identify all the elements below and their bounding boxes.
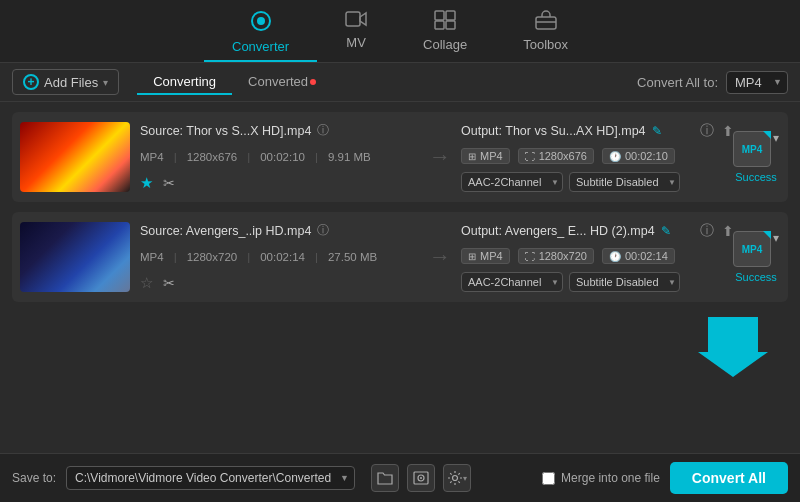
out-duration-1: 00:02:10: [625, 150, 668, 162]
output-duration-badge-2: 🕐 00:02:14: [602, 248, 675, 264]
subtitle-select-1[interactable]: Subtitle Disabled Subtitle Enabled: [569, 172, 680, 192]
folder-button[interactable]: [371, 464, 399, 492]
cut-icon-2[interactable]: ✂: [163, 275, 175, 291]
res-icon-1: ⛶: [525, 151, 535, 162]
star-icon-1[interactable]: ★: [140, 174, 153, 192]
save-to-label: Save to:: [12, 471, 56, 485]
svg-rect-5: [435, 21, 444, 29]
output-top-1: Output: Thor vs Su...AX HD].mp4 ✎ ⓘ ⬆: [461, 122, 734, 140]
info-icon-2[interactable]: ⓘ: [317, 222, 329, 239]
subtitle-select-wrap-1[interactable]: Subtitle Disabled Subtitle Enabled: [569, 172, 680, 192]
merge-label[interactable]: Merge into one file: [561, 471, 660, 485]
file-meta-1: MP4 | 1280x676 | 00:02:10 | 9.91 MB: [140, 151, 413, 163]
tab-converted[interactable]: Converted: [232, 70, 332, 95]
arrow-section-2: →: [423, 222, 457, 292]
source-name-2: Source: Avengers_..ip HD.mp4: [140, 224, 311, 238]
format-select[interactable]: MP4 MKV AVI MOV: [726, 71, 788, 94]
nav-converter[interactable]: Converter: [204, 0, 317, 62]
tab-converted-label: Converted: [248, 74, 308, 89]
format-icon-box-1: MP4 ▾ Success: [734, 122, 778, 192]
nav-mv[interactable]: MV: [317, 0, 395, 62]
converter-icon: [250, 10, 272, 35]
meta-duration-2: 00:02:14: [260, 251, 305, 263]
subtitle-select-2[interactable]: Subtitle Disabled Subtitle Enabled: [569, 272, 680, 292]
merge-checkbox[interactable]: [542, 472, 555, 485]
output-res-badge-1: ⛶ 1280x676: [518, 148, 594, 164]
nav-collage-label: Collage: [423, 37, 467, 52]
nav-collage[interactable]: Collage: [395, 0, 495, 62]
mv-icon: [345, 10, 367, 31]
add-files-button[interactable]: + Add Files ▾: [12, 69, 119, 95]
file-source-1: Source: Thor vs S...X HD].mp4 ⓘ: [140, 122, 413, 139]
meta-size-1: 9.91 MB: [328, 151, 371, 163]
main-content: Source: Thor vs S...X HD].mp4 ⓘ MP4 | 12…: [0, 102, 800, 453]
svg-point-1: [257, 17, 265, 25]
meta-duration-1: 00:02:10: [260, 151, 305, 163]
save-path-wrap[interactable]: C:\Vidmore\Vidmore Video Converter\Conve…: [66, 466, 355, 490]
settings-icon: [447, 470, 463, 486]
output-filename-2: Output: Avengers_ E... HD (2).mp4 ✎: [461, 224, 671, 238]
success-badge-1: Success: [735, 171, 777, 183]
edit-icon-2[interactable]: ✎: [661, 224, 671, 238]
big-down-arrow-icon: [698, 312, 768, 382]
output-name-2: Output: Avengers_ E... HD (2).mp4: [461, 224, 655, 238]
info-icon-1[interactable]: ⓘ: [317, 122, 329, 139]
meta-size-2: 27.50 MB: [328, 251, 377, 263]
convert-all-button[interactable]: Convert All: [670, 462, 788, 494]
cut-icon-1[interactable]: ✂: [163, 175, 175, 191]
audio-select-wrap-2[interactable]: AAC-2Channel AAC-6Channel: [461, 272, 563, 292]
output-info-icon-1[interactable]: ⓘ: [700, 122, 714, 140]
collage-icon: [434, 10, 456, 33]
footer: Save to: C:\Vidmore\Vidmore Video Conver…: [0, 453, 800, 502]
output-controls-1: AAC-2Channel AAC-6Channel Subtitle Disab…: [461, 172, 734, 192]
svg-point-12: [420, 477, 422, 479]
meta-format-1: MP4: [140, 151, 164, 163]
nav-toolbox[interactable]: Toolbox: [495, 0, 596, 62]
output-row-2: ⊞ MP4 ⛶ 1280x720 🕐 00:02:14: [461, 248, 734, 264]
output-format-badge-2: ⊞ MP4: [461, 248, 510, 264]
audio-select-2[interactable]: AAC-2Channel AAC-6Channel: [461, 272, 563, 292]
folder-icon: [377, 471, 393, 485]
arrow-section-1: →: [423, 122, 457, 192]
audio-select-1[interactable]: AAC-2Channel AAC-6Channel: [461, 172, 563, 192]
format-icon-box-2: MP4 ▾ Success: [734, 222, 778, 292]
tab-converting[interactable]: Converting: [137, 70, 232, 95]
format-chevron-1[interactable]: ▾: [773, 131, 779, 145]
output-controls-2: AAC-2Channel AAC-6Channel Subtitle Disab…: [461, 272, 734, 292]
svg-rect-6: [446, 21, 455, 29]
out-duration-2: 00:02:14: [625, 250, 668, 262]
file-card-2: Source: Avengers_..ip HD.mp4 ⓘ MP4 | 128…: [12, 212, 788, 302]
source-name-1: Source: Thor vs S...X HD].mp4: [140, 124, 311, 138]
toolbar: + Add Files ▾ Converting Converted Conve…: [0, 63, 800, 102]
subtitle-select-wrap-2[interactable]: Subtitle Disabled Subtitle Enabled: [569, 272, 680, 292]
file-source-2: Source: Avengers_..ip HD.mp4 ⓘ: [140, 222, 413, 239]
output-icons-1: ⓘ ⬆: [700, 122, 734, 140]
media-icon: [413, 471, 429, 485]
success-badge-2: Success: [735, 271, 777, 283]
star-icon-2[interactable]: ☆: [140, 274, 153, 292]
audio-select-wrap-1[interactable]: AAC-2Channel AAC-6Channel: [461, 172, 563, 192]
toolbox-icon: [535, 10, 557, 33]
settings-button[interactable]: ▾: [443, 464, 471, 492]
media-button[interactable]: [407, 464, 435, 492]
meta-format-2: MP4: [140, 251, 164, 263]
output-name-1: Output: Thor vs Su...AX HD].mp4: [461, 124, 646, 138]
file-info-1: Source: Thor vs S...X HD].mp4 ⓘ MP4 | 12…: [130, 122, 423, 192]
save-path-select[interactable]: C:\Vidmore\Vidmore Video Converter\Conve…: [66, 466, 355, 490]
out-format-1: MP4: [480, 150, 503, 162]
arrow-right-icon-2: →: [429, 244, 451, 270]
output-info-icon-2[interactable]: ⓘ: [700, 222, 714, 240]
nav-converter-label: Converter: [232, 39, 289, 54]
thumbnail-2: [20, 222, 130, 292]
format-chevron-2[interactable]: ▾: [773, 231, 779, 245]
meta-res-1: 1280x676: [187, 151, 238, 163]
edit-icon-1[interactable]: ✎: [652, 124, 662, 138]
format-select-wrapper[interactable]: MP4 MKV AVI MOV: [726, 71, 788, 94]
svg-marker-9: [698, 317, 768, 377]
output-section-1: Output: Thor vs Su...AX HD].mp4 ✎ ⓘ ⬆ ⊞ …: [457, 122, 734, 192]
file-actions-2: ☆ ✂: [140, 274, 413, 292]
arrow-right-icon-1: →: [429, 144, 451, 170]
svg-rect-2: [346, 12, 360, 26]
mp4-box-2: MP4: [733, 231, 771, 267]
output-duration-badge-1: 🕐 00:02:10: [602, 148, 675, 164]
